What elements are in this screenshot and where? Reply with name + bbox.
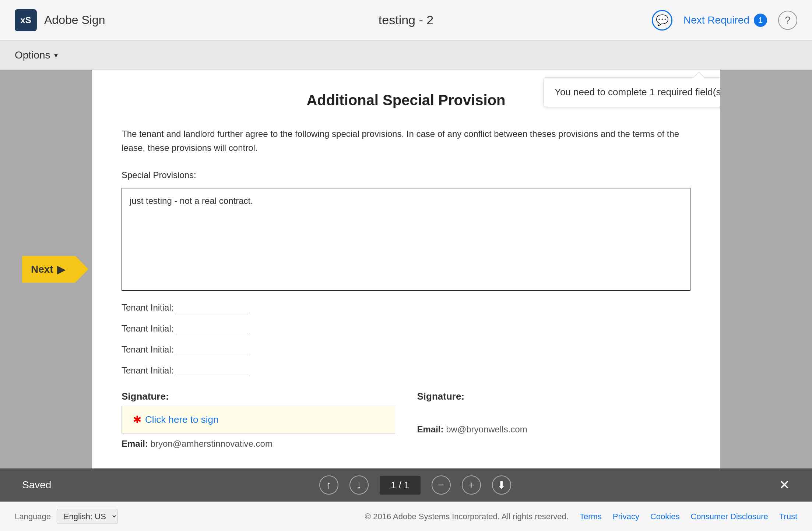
email-left-label: Email: — [122, 439, 148, 449]
footer-left: Language English: US — [15, 509, 117, 524]
signature-right: Signature: Email: bw@bryonwells.com — [417, 391, 691, 435]
document-area: You need to complete 1 required field(s)… — [92, 70, 720, 468]
consumer-disclosure-link[interactable]: Consumer Disclosure — [690, 512, 768, 521]
copyright-text: © 2016 Adobe Systems Incorporated. All r… — [365, 512, 569, 521]
email-right-value: bw@bryonwells.com — [446, 424, 527, 434]
tenant-initial-line-1 — [176, 302, 250, 313]
download-icon: ⬇ — [497, 479, 506, 491]
scroll-down-icon: ↓ — [356, 479, 362, 491]
scroll-up-icon: ↑ — [326, 479, 331, 491]
special-provisions-input[interactable]: just testing - not a real contract. — [122, 188, 690, 291]
header-right: 💬 Next Required 1 ? — [652, 10, 797, 31]
next-label: Next — [31, 263, 53, 275]
toolbar-center: ↑ ↓ 1 / 1 − + ⬇ — [319, 475, 511, 495]
close-button[interactable]: ✕ — [779, 477, 790, 493]
required-star: ✱ — [133, 414, 141, 426]
email-right-label: Email: — [417, 424, 444, 434]
scroll-up-button[interactable]: ↑ — [319, 475, 338, 495]
tenant-initial-1: Tenant Initial: — [122, 302, 690, 313]
tenant-initial-line-2 — [176, 323, 250, 334]
download-button[interactable]: ⬇ — [492, 475, 511, 495]
language-selector[interactable]: English: US — [57, 509, 117, 524]
options-button[interactable]: Options ▾ — [15, 49, 58, 61]
signature-left: Signature: ✱ Click here to sign Email: b… — [122, 391, 395, 449]
saved-status: Saved — [22, 479, 51, 491]
signature-click-text: Click here to sign — [145, 414, 218, 425]
signature-click-box[interactable]: ✱ Click here to sign — [122, 406, 395, 433]
zoom-in-icon: + — [468, 479, 474, 491]
cookies-link[interactable]: Cookies — [650, 512, 679, 521]
next-required-label: Next Required — [683, 14, 749, 26]
privacy-link[interactable]: Privacy — [613, 512, 639, 521]
signature-right-label: Signature: — [417, 391, 691, 402]
tenant-initial-line-3 — [176, 344, 250, 355]
special-provisions-label: Special Provisions: — [122, 170, 690, 180]
header: xS Adobe Sign testing - 2 💬 Next Require… — [0, 0, 812, 40]
comment-icon[interactable]: 💬 — [652, 10, 672, 31]
next-required-button[interactable]: Next Required 1 — [683, 14, 767, 27]
tooltip-text: You need to complete 1 required field(s)… — [555, 86, 720, 98]
footer: Language English: US © 2016 Adobe System… — [0, 502, 812, 531]
signature-left-label: Signature: — [122, 391, 395, 402]
zoom-in-button[interactable]: + — [462, 475, 481, 495]
document-intro: The tenant and landlord further agree to… — [122, 127, 690, 155]
tenant-initial-3: Tenant Initial: — [122, 344, 690, 355]
email-left-value: bryon@amherstinnovative.com — [151, 439, 273, 449]
email-right-row: Email: bw@bryonwells.com — [417, 424, 691, 435]
zoom-out-icon: − — [438, 479, 444, 491]
tenant-initial-line-4 — [176, 365, 250, 376]
options-label: Options — [15, 49, 50, 61]
left-sidebar: Next ▶ — [0, 70, 88, 468]
next-required-badge: 1 — [754, 14, 767, 27]
email-left-row: Email: bryon@amherstinnovative.com — [122, 439, 395, 449]
scroll-down-button[interactable]: ↓ — [349, 475, 369, 495]
language-label: Language — [15, 512, 51, 521]
tenant-initial-4: Tenant Initial: — [122, 365, 690, 376]
help-icon[interactable]: ? — [778, 11, 797, 30]
document-title: testing - 2 — [379, 13, 433, 27]
trust-link[interactable]: Trust — [779, 512, 797, 521]
app-name: Adobe Sign — [44, 13, 105, 27]
zoom-out-button[interactable]: − — [432, 475, 451, 495]
terms-link[interactable]: Terms — [580, 512, 602, 521]
adobe-sign-logo: xS — [15, 9, 37, 31]
next-arrow-icon: ▶ — [57, 263, 65, 275]
next-button[interactable]: Next ▶ — [22, 256, 88, 283]
bottom-toolbar: Saved ↑ ↓ 1 / 1 − + ⬇ ✕ — [0, 468, 812, 502]
right-sidebar — [724, 70, 812, 468]
tooltip: You need to complete 1 required field(s)… — [543, 77, 720, 107]
header-left: xS Adobe Sign — [15, 9, 105, 31]
options-bar: Options ▾ — [0, 40, 812, 70]
footer-right: © 2016 Adobe Systems Incorporated. All r… — [365, 512, 797, 521]
main-area: Next ▶ You need to complete 1 required f… — [0, 70, 812, 468]
page-indicator: 1 / 1 — [380, 476, 421, 495]
signature-area: Signature: ✱ Click here to sign Email: b… — [122, 391, 690, 449]
options-dropdown-arrow: ▾ — [54, 51, 58, 60]
tenant-initial-2: Tenant Initial: — [122, 323, 690, 334]
